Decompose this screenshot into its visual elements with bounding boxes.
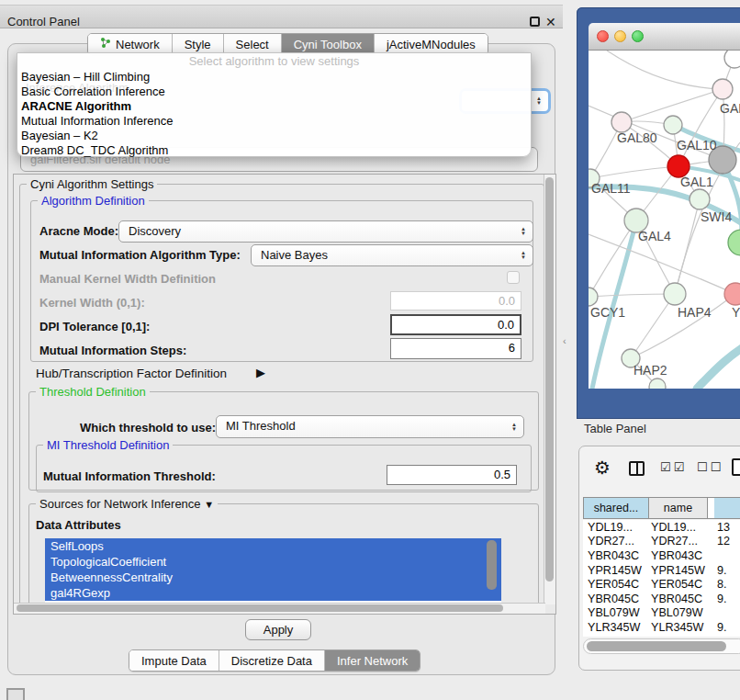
document-icon[interactable] <box>732 458 740 476</box>
zoom-traffic-light-icon[interactable] <box>632 30 644 42</box>
table-row[interactable]: YER054CYER054C8. <box>583 577 740 592</box>
tab-select[interactable]: Select <box>224 34 282 54</box>
cyni-bottom-tabbar: Impute DataDiscretize DataInfer Network <box>129 649 420 672</box>
dpi-tolerance-input[interactable]: 0.0 <box>390 314 521 335</box>
minimize-traffic-light-icon[interactable] <box>614 30 626 42</box>
control-panel-title: Control Panel <box>7 10 80 34</box>
select-all-checkboxes-icon[interactable]: ☑☑ <box>660 460 687 474</box>
mi-algorithm-type-combo[interactable]: Naive Bayes ▲▼ <box>251 244 533 266</box>
settings-vscrollbar-track[interactable] <box>544 175 555 604</box>
table-cell: YER054C <box>583 578 649 591</box>
control-panel-titlebar: Control Panel ✕ <box>0 5 563 28</box>
tab-network[interactable]: Network <box>88 34 173 54</box>
kernel-width-input[interactable]: 0.0 <box>390 291 521 310</box>
sources-legend-text: Sources for Network Inference <box>39 497 201 511</box>
column-header-cut[interactable] <box>714 497 740 519</box>
attribute-item-betweennesscentrality[interactable]: BetweennessCentrality <box>45 570 501 585</box>
which-threshold-combo[interactable]: MI Threshold ▲▼ <box>216 415 524 438</box>
column-header-shared[interactable]: shared... <box>583 497 649 519</box>
column-header-name[interactable]: name <box>649 497 708 519</box>
float-window-icon[interactable] <box>530 17 540 27</box>
algorithm-option-mutual-information-inference[interactable]: Mutual Information Inference <box>17 114 531 129</box>
network-node[interactable] <box>724 283 740 305</box>
table-row[interactable]: YDR27...YDR27...12 <box>583 535 740 549</box>
collapse-arrow-icon: ▼ <box>204 499 214 510</box>
table-cell: YDR27... <box>649 535 713 548</box>
mi-algorithm-type-value: Naive Bayes <box>261 248 328 262</box>
tab-discretize-data[interactable]: Discretize Data <box>219 650 325 671</box>
gear-icon[interactable]: ⚙ <box>594 457 611 479</box>
settings-vscrollbar-thumb[interactable] <box>545 177 554 581</box>
hub-tf-definition-label[interactable]: Hub/Transcription Factor Definition <box>36 367 227 380</box>
table-row[interactable]: YLR345WYLR345W9. <box>583 620 740 635</box>
node-label-hap2: HAP2 <box>633 363 667 378</box>
combo-spinner-icon: ▲▼ <box>511 423 517 432</box>
network-window-frame[interactable]: GALGAL80GAL10GAL1GAL11SWI4GAL4GCY1HAP4YH… <box>577 7 740 419</box>
table-row[interactable]: YBR045CYBR045C9. <box>583 592 740 606</box>
network-node[interactable] <box>690 189 710 209</box>
screen: Control Panel ✕ NetworkStyleSelectCyni T… <box>0 0 740 700</box>
table-row[interactable]: YDL19...YDL19...13 <box>583 520 740 535</box>
node-label-gal1: GAL1 <box>680 175 713 189</box>
combo-spinner-icon: ▲▼ <box>521 227 526 236</box>
deselect-all-checkboxes-icon[interactable]: ☐☐ <box>697 460 723 474</box>
table-hscrollbar-thumb[interactable] <box>587 641 726 651</box>
close-traffic-light-icon[interactable] <box>597 30 609 42</box>
apply-button[interactable]: Apply <box>245 619 311 640</box>
table-row[interactable]: YIL052CYIL052C9. <box>583 635 740 637</box>
algorithm-option-bayesian-k2[interactable]: Bayesian – K2 <box>17 129 531 143</box>
manual-kernel-width-checkbox[interactable] <box>507 271 520 284</box>
tab-cyni-toolbox[interactable]: Cyni Toolbox <box>282 34 375 54</box>
settings-hscrollbar-thumb[interactable] <box>17 604 503 612</box>
minimized-panel-icon[interactable] <box>6 688 25 700</box>
table-cell: YDL19... <box>583 521 649 534</box>
mi-threshold-input[interactable]: 0.5 <box>387 465 517 485</box>
mi-steps-input[interactable]: 6 <box>390 338 521 359</box>
node-label-gcy1: GCY1 <box>590 305 625 320</box>
manual-kernel-width-label: Manual Kernel Width Definition <box>39 272 216 286</box>
close-icon[interactable]: ✕ <box>545 10 556 34</box>
table-cell: YBR045C <box>583 593 649 605</box>
table-cell: YDL19... <box>649 521 713 534</box>
expand-arrow-icon[interactable]: ▶ <box>256 366 265 379</box>
table-row[interactable]: YPR145WYPR145W9. <box>583 563 740 578</box>
table-row[interactable]: YBL079WYBL079W <box>583 606 740 621</box>
table-cell: YBR045C <box>649 593 713 605</box>
aracne-mode-combo[interactable]: Discovery ▲▼ <box>118 220 533 243</box>
table-cell: 8. <box>713 578 740 591</box>
network-node[interactable] <box>712 79 733 99</box>
tab-jactivemnodules[interactable]: jActiveMNodules <box>375 34 488 54</box>
splitter-handle[interactable]: ‹ <box>563 335 566 346</box>
network-icon <box>100 37 111 51</box>
network-node[interactable] <box>589 288 598 306</box>
settings-hscrollbar-track[interactable] <box>14 603 545 614</box>
network-window-titlebar[interactable] <box>589 23 740 51</box>
tab-impute-data[interactable]: Impute Data <box>129 650 219 671</box>
node-label-gal11: GAL11 <box>591 181 631 196</box>
attributes-list-scrollbar[interactable] <box>487 540 497 590</box>
mi-steps-label: Mutual Information Steps: <box>39 344 186 357</box>
network-node[interactable] <box>664 283 686 305</box>
combo-spinner-icon: ▲▼ <box>521 251 526 260</box>
split-columns-icon[interactable] <box>629 461 645 476</box>
network-node[interactable] <box>724 51 740 68</box>
table-cell: YDR27... <box>583 535 649 548</box>
tab-label: Infer Network <box>337 654 408 668</box>
attribute-item-topologicalcoefficient[interactable]: TopologicalCoefficient <box>45 554 501 570</box>
network-canvas[interactable]: GALGAL80GAL10GAL1GAL11SWI4GAL4GCY1HAP4YH… <box>589 51 740 389</box>
table-cell: YLR345W <box>583 621 649 634</box>
network-node[interactable] <box>664 116 682 134</box>
table-row[interactable]: YBR043CYBR043C <box>583 548 740 563</box>
attribute-item-gal4rgexp[interactable]: gal4RGexp <box>45 585 501 601</box>
sources-legend[interactable]: Sources for Network Inference ▼ <box>36 497 218 511</box>
network-node[interactable] <box>728 230 740 255</box>
tab-infer-network[interactable]: Infer Network <box>325 650 420 671</box>
algorithm-dropdown-placeholder: Select algorithm to view settings <box>17 53 531 70</box>
algorithm-option-aracne-algorithm[interactable]: ARACNE Algorithm <box>17 99 531 114</box>
algorithm-option-dream8-dc-tdc-algorithm[interactable]: Dream8 DC_TDC Algorithm <box>17 143 531 158</box>
table-header-row: shared...name <box>583 497 740 519</box>
network-node[interactable] <box>611 112 632 132</box>
tab-style[interactable]: Style <box>173 34 224 54</box>
attribute-item-selfloops[interactable]: SelfLoops <box>45 538 501 554</box>
table-hscrollbar-track[interactable] <box>583 638 740 654</box>
